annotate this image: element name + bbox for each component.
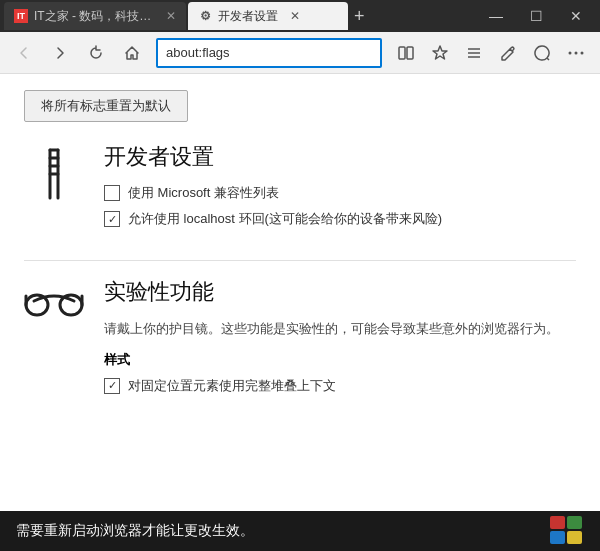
checkbox-compatibility-label: 使用 Microsoft 兼容性列表 <box>128 184 279 202</box>
svg-rect-19 <box>567 516 582 529</box>
address-text: about:flags <box>166 45 372 60</box>
checkbox-localhost[interactable]: 允许使用 localhost 环回(这可能会给你的设备带来风险) <box>104 210 576 228</box>
checkbox-stacking-box[interactable] <box>104 378 120 394</box>
hub-icon[interactable] <box>458 37 490 69</box>
svg-rect-0 <box>399 47 405 59</box>
experimental-style-subtitle: 样式 <box>104 351 576 369</box>
edit-icon[interactable] <box>492 37 524 69</box>
tab-it-favicon: IT <box>14 9 28 23</box>
svg-point-5 <box>569 51 572 54</box>
svg-point-7 <box>581 51 584 54</box>
tab-dev-favicon: ⚙ <box>198 9 212 23</box>
svg-rect-1 <box>407 47 413 59</box>
new-tab-button[interactable]: + <box>354 2 365 30</box>
favorites-icon[interactable] <box>424 37 456 69</box>
reset-flags-button[interactable]: 将所有标志重置为默认 <box>24 90 188 122</box>
more-icon[interactable] <box>560 37 592 69</box>
notification-text: 需要重新启动浏览器才能让更改生效。 <box>16 522 536 540</box>
developer-section-title: 开发者设置 <box>104 142 576 172</box>
checkbox-compatibility[interactable]: 使用 Microsoft 兼容性列表 <box>104 184 576 202</box>
tab-it-close[interactable]: ✕ <box>166 9 176 23</box>
refresh-button[interactable] <box>80 37 112 69</box>
window-controls: — ☐ ✕ <box>476 0 596 32</box>
tab-it-label: IT之家 - 数码，科技，生活 <box>34 8 154 25</box>
tab-it-home[interactable]: IT IT之家 - 数码，科技，生活 ✕ <box>4 2 186 30</box>
notes-icon[interactable] <box>526 37 558 69</box>
svg-rect-21 <box>567 531 582 544</box>
svg-rect-18 <box>550 516 565 529</box>
tab-devtools[interactable]: ⚙ 开发者设置 ✕ <box>188 2 348 30</box>
checkbox-stacking-label: 对固定位置元素使用完整堆叠上下文 <box>128 377 336 395</box>
developer-section: 开发者设置 使用 Microsoft 兼容性列表 允许使用 localhost … <box>24 142 576 236</box>
nav-right-icons <box>390 37 592 69</box>
win7-logo <box>548 514 584 548</box>
developer-section-icon <box>24 142 84 236</box>
svg-rect-20 <box>550 531 565 544</box>
notification-bar: 需要重新启动浏览器才能让更改生效。 <box>0 511 600 551</box>
developer-section-content: 开发者设置 使用 Microsoft 兼容性列表 允许使用 localhost … <box>104 142 576 236</box>
main-content: 将所有标志重置为默认 开发者设置 使用 Microsoft 兼容性列表 允许使 <box>0 74 600 511</box>
experimental-section: 实验性功能 请戴上你的护目镜。这些功能是实验性的，可能会导致某些意外的浏览器行为… <box>24 277 576 403</box>
home-button[interactable] <box>116 37 148 69</box>
back-button[interactable] <box>8 37 40 69</box>
forward-button[interactable] <box>44 37 76 69</box>
checkbox-compatibility-box[interactable] <box>104 185 120 201</box>
experimental-section-title: 实验性功能 <box>104 277 576 307</box>
experimental-section-content: 实验性功能 请戴上你的护目镜。这些功能是实验性的，可能会导致某些意外的浏览器行为… <box>104 277 576 403</box>
address-bar[interactable]: about:flags <box>156 38 382 68</box>
checkbox-stacking[interactable]: 对固定位置元素使用完整堆叠上下文 <box>104 377 576 395</box>
checkbox-localhost-label: 允许使用 localhost 环回(这可能会给你的设备带来风险) <box>128 210 442 228</box>
section-divider <box>24 260 576 261</box>
tab-dev-label: 开发者设置 <box>218 8 278 25</box>
minimize-button[interactable]: — <box>476 0 516 32</box>
experimental-section-icon <box>24 277 84 403</box>
nav-bar: about:flags <box>0 32 600 74</box>
reading-view-icon[interactable] <box>390 37 422 69</box>
restore-button[interactable]: ☐ <box>516 0 556 32</box>
checkbox-localhost-box[interactable] <box>104 211 120 227</box>
close-button[interactable]: ✕ <box>556 0 596 32</box>
svg-point-6 <box>575 51 578 54</box>
experimental-section-desc: 请戴上你的护目镜。这些功能是实验性的，可能会导致某些意外的浏览器行为。 <box>104 319 576 339</box>
title-bar: IT IT之家 - 数码，科技，生活 ✕ ⚙ 开发者设置 ✕ + — ☐ ✕ <box>0 0 600 32</box>
tab-dev-close[interactable]: ✕ <box>290 9 300 23</box>
